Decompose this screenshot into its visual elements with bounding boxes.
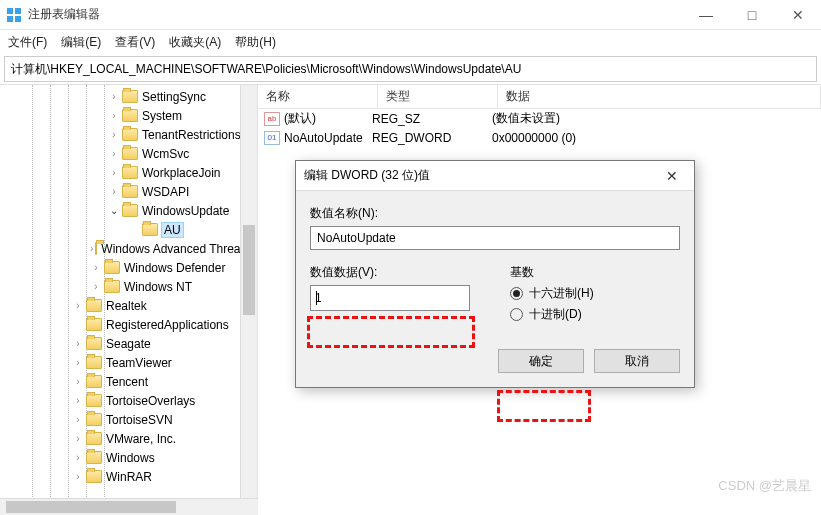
tree-item[interactable]: ›Realtek	[0, 296, 257, 315]
chevron-down-icon[interactable]: ⌄	[108, 205, 120, 217]
value-name-field[interactable]: NoAutoUpdate	[310, 226, 680, 250]
chevron-right-icon[interactable]: ›	[72, 376, 84, 388]
chevron-right-icon[interactable]: ›	[72, 433, 84, 445]
tree-item[interactable]: ›TortoiseSVN	[0, 410, 257, 429]
cancel-button[interactable]: 取消	[594, 349, 680, 373]
chevron-right-icon[interactable]: ›	[108, 167, 120, 179]
folder-icon	[86, 432, 102, 445]
address-bar[interactable]: 计算机\HKEY_LOCAL_MACHINE\SOFTWARE\Policies…	[4, 56, 817, 82]
maximize-button[interactable]: □	[729, 0, 775, 30]
tree-item[interactable]: ›System	[0, 106, 257, 125]
folder-icon	[122, 128, 138, 141]
tree-item-label: Windows	[106, 451, 155, 465]
tree-item[interactable]: ›Windows Advanced Threat Protection	[0, 239, 257, 258]
value-data-text: 1	[315, 291, 322, 305]
minimize-button[interactable]: —	[683, 0, 729, 30]
tree-item[interactable]: ⌄WindowsUpdate	[0, 201, 257, 220]
value-data: (数值未设置)	[492, 110, 821, 127]
dialog-close-icon[interactable]: ✕	[658, 164, 686, 188]
tree-item[interactable]: ›Windows Defender	[0, 258, 257, 277]
chevron-right-icon[interactable]: ›	[72, 452, 84, 464]
dialog-titlebar[interactable]: 编辑 DWORD (32 位)值 ✕	[296, 161, 694, 191]
chevron-right-icon[interactable]: ›	[72, 338, 84, 350]
tree-item[interactable]: ›TenantRestrictions	[0, 125, 257, 144]
chevron-right-icon[interactable]: ›	[108, 148, 120, 160]
menu-help[interactable]: 帮助(H)	[235, 34, 276, 51]
tree-item[interactable]: ›WorkplaceJoin	[0, 163, 257, 182]
tree-item-label: Realtek	[106, 299, 147, 313]
chevron-right-icon[interactable]: ›	[72, 471, 84, 483]
window-title: 注册表编辑器	[28, 6, 100, 23]
chevron-right-icon[interactable]: ›	[108, 186, 120, 198]
tree-item-label: WorkplaceJoin	[142, 166, 220, 180]
value-name-label: 数值名称(N):	[310, 205, 680, 222]
radio-dec[interactable]: 十进制(D)	[510, 306, 594, 323]
folder-icon	[86, 337, 102, 350]
folder-icon	[86, 451, 102, 464]
value-name: NoAutoUpdate	[284, 131, 363, 145]
tree-item-label: WinRAR	[106, 470, 152, 484]
titlebar: 注册表编辑器 — □ ✕	[0, 0, 821, 30]
chevron-right-icon[interactable]: ›	[108, 110, 120, 122]
tree-item[interactable]: ›VMware, Inc.	[0, 429, 257, 448]
tree-item[interactable]: ›WinRAR	[0, 467, 257, 486]
chevron-right-icon[interactable]: ›	[90, 243, 93, 255]
tree-item-label: VMware, Inc.	[106, 432, 176, 446]
ok-button[interactable]: 确定	[498, 349, 584, 373]
tree-item[interactable]: ›Tencent	[0, 372, 257, 391]
col-data[interactable]: 数据	[498, 85, 821, 108]
list-row[interactable]: ab(默认)REG_SZ(数值未设置)	[258, 109, 821, 128]
tree-item[interactable]: ›WSDAPI	[0, 182, 257, 201]
chevron-right-icon[interactable]: ›	[72, 300, 84, 312]
tree-item[interactable]: ›TortoiseOverlays	[0, 391, 257, 410]
folder-icon	[86, 394, 102, 407]
chevron-right-icon[interactable]: ›	[108, 91, 120, 103]
folder-icon	[104, 280, 120, 293]
watermark: CSDN @艺晨星	[718, 477, 811, 495]
list-row[interactable]: 01NoAutoUpdateREG_DWORD0x00000000 (0)	[258, 128, 821, 147]
col-type[interactable]: 类型	[378, 85, 498, 108]
tree-item-label: WindowsUpdate	[142, 204, 229, 218]
chevron-right-icon[interactable]: ›	[90, 262, 102, 274]
tree-pane[interactable]: ›SettingSync›System›TenantRestrictions›W…	[0, 85, 258, 515]
tree-item-label: WcmSvc	[142, 147, 189, 161]
tree-item[interactable]: ›TeamViewer	[0, 353, 257, 372]
tree-item-label: Windows Advanced Threat Protection	[101, 242, 258, 256]
list-header: 名称 类型 数据	[258, 85, 821, 109]
chevron-right-icon[interactable]: ›	[72, 414, 84, 426]
folder-icon	[122, 204, 138, 217]
tree-item[interactable]: ›SettingSync	[0, 87, 257, 106]
value-type: REG_SZ	[372, 112, 492, 126]
chevron-right-icon[interactable]: ›	[108, 129, 120, 141]
tree-vertical-scrollbar[interactable]	[240, 85, 257, 515]
radio-dec-indicator	[510, 308, 523, 321]
menu-favorites[interactable]: 收藏夹(A)	[169, 34, 221, 51]
value-data-field[interactable]: 1	[310, 285, 470, 311]
tree-item[interactable]: ›Windows NT	[0, 277, 257, 296]
tree-item[interactable]: ›WcmSvc	[0, 144, 257, 163]
menu-view[interactable]: 查看(V)	[115, 34, 155, 51]
radio-hex-label: 十六进制(H)	[529, 285, 594, 302]
value-data-label: 数值数据(V):	[310, 264, 480, 281]
value-type: REG_DWORD	[372, 131, 492, 145]
folder-icon	[122, 166, 138, 179]
close-button[interactable]: ✕	[775, 0, 821, 30]
chevron-right-icon[interactable]: ›	[72, 395, 84, 407]
tree-item[interactable]: RegisteredApplications	[0, 315, 257, 334]
menu-file[interactable]: 文件(F)	[8, 34, 47, 51]
chevron-right-icon[interactable]: ›	[72, 357, 84, 369]
radio-hex[interactable]: 十六进制(H)	[510, 285, 594, 302]
tree-item-label: System	[142, 109, 182, 123]
tree-horizontal-scrollbar[interactable]	[0, 498, 258, 515]
tree-item[interactable]: ›Windows	[0, 448, 257, 467]
tree-item-label: Seagate	[106, 337, 151, 351]
menubar: 文件(F) 编辑(E) 查看(V) 收藏夹(A) 帮助(H)	[0, 30, 821, 54]
col-name[interactable]: 名称	[258, 85, 378, 108]
folder-icon	[95, 242, 97, 255]
folder-icon	[86, 356, 102, 369]
menu-edit[interactable]: 编辑(E)	[61, 34, 101, 51]
chevron-right-icon[interactable]: ›	[90, 281, 102, 293]
tree-item[interactable]: AU	[0, 220, 257, 239]
tree-item-label: Windows Defender	[124, 261, 225, 275]
tree-item[interactable]: ›Seagate	[0, 334, 257, 353]
